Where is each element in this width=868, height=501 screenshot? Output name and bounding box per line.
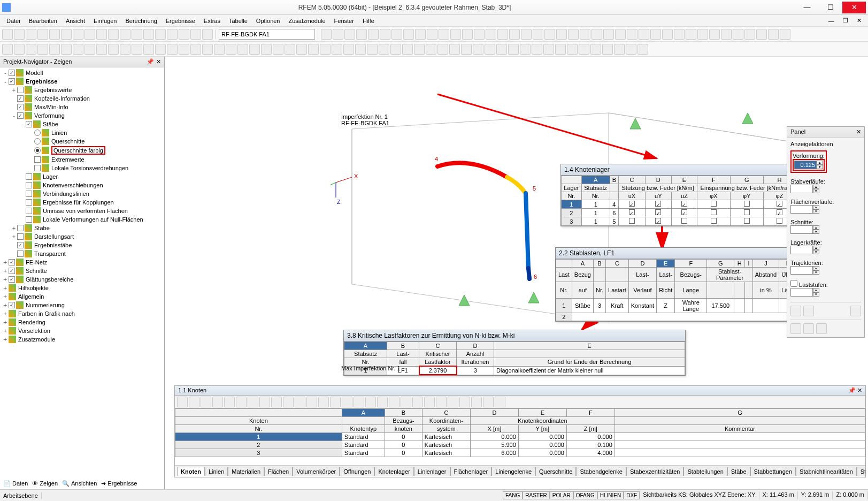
tree-item[interactable]: Lokale Verformungen auf Null-Flächen: [1, 215, 163, 224]
tree-item[interactable]: -Ergebnisse: [1, 77, 163, 86]
tree-item[interactable]: +FE-Netz: [1, 258, 163, 267]
toolbar-button[interactable]: [179, 44, 189, 55]
toolbar-button[interactable]: [259, 397, 270, 407]
tree-item[interactable]: Kopfzeile-Information: [1, 94, 163, 103]
toolbar-button[interactable]: [120, 44, 130, 55]
toolbar-button[interactable]: [344, 29, 355, 40]
panel-button[interactable]: [803, 323, 814, 334]
tree-item[interactable]: +Glättungsbereiche: [1, 275, 163, 284]
toolbar-button[interactable]: [626, 44, 636, 55]
toolbar-button[interactable]: [202, 29, 213, 40]
toolbar-button[interactable]: [108, 29, 119, 40]
toolbar-button[interactable]: [61, 29, 72, 40]
bottom-tab[interactable]: Liniengelenke: [491, 467, 535, 476]
dock-close-icon[interactable]: ✕: [857, 387, 862, 393]
toolbar-button[interactable]: [401, 397, 411, 407]
toolbar-button[interactable]: [533, 29, 543, 40]
toolbar-button[interactable]: [368, 29, 379, 40]
bottom-tab[interactable]: Volumenkörper: [293, 467, 340, 476]
toolbar-button[interactable]: [26, 44, 36, 55]
bottom-tab[interactable]: Stabexzentrizitäten: [626, 467, 684, 476]
toolbar-button[interactable]: [202, 44, 213, 55]
toolbar-button[interactable]: [214, 44, 225, 55]
toolbar-button[interactable]: [403, 29, 414, 40]
toolbar-button[interactable]: [85, 29, 95, 40]
toolbar-button[interactable]: [321, 29, 332, 40]
tree-item[interactable]: +Schnitte: [1, 267, 163, 275]
toolbar-button[interactable]: [437, 44, 448, 55]
toolbar-button[interactable]: [367, 44, 378, 55]
toolbar-button[interactable]: [615, 29, 626, 40]
verformung-spinner[interactable]: ▴▾: [793, 159, 825, 171]
toolbar-button[interactable]: [179, 29, 189, 40]
toolbar-button[interactable]: [390, 44, 401, 55]
toolbar-button[interactable]: [568, 29, 579, 40]
toolbar-button[interactable]: [201, 397, 211, 407]
toolbar-button[interactable]: [614, 44, 625, 55]
toolbar-button[interactable]: [662, 29, 673, 40]
toolbar-button[interactable]: [461, 44, 472, 55]
tab-zeigen[interactable]: 👁 Zeigen: [32, 480, 58, 487]
navigator-close-icon[interactable]: ✕: [156, 58, 161, 65]
toolbar-button[interactable]: [143, 44, 154, 55]
toolbar-button[interactable]: [674, 29, 685, 40]
toolbar-button[interactable]: [544, 29, 555, 40]
toolbar-button[interactable]: [236, 397, 247, 407]
toolbar-button[interactable]: [249, 44, 260, 55]
toolbar-button[interactable]: [96, 29, 107, 40]
toolbar-button[interactable]: [73, 29, 83, 40]
toolbar-button[interactable]: [377, 397, 388, 407]
toolbar-button[interactable]: [96, 44, 107, 55]
toolbar-button[interactable]: [459, 397, 470, 407]
tree-item[interactable]: +Vorselektion: [1, 327, 163, 335]
laststufen-spinner[interactable]: ▴▾: [790, 288, 861, 297]
menu-bearbeiten[interactable]: Bearbeiten: [26, 17, 60, 25]
toolbar-button[interactable]: [2, 29, 13, 40]
toolbar-button[interactable]: [603, 29, 614, 40]
menu-optionen[interactable]: Optionen: [253, 17, 283, 25]
toolbar-button[interactable]: [414, 44, 425, 55]
toolbar-button[interactable]: [602, 44, 613, 55]
toolbar-button[interactable]: [474, 29, 485, 40]
dock-pin-icon[interactable]: 📌: [848, 387, 856, 393]
tree-item[interactable]: Verbindungslinien: [1, 189, 163, 198]
toolbar-button[interactable]: [318, 397, 329, 407]
menu-tabelle[interactable]: Tabelle: [226, 17, 251, 25]
mdi-close[interactable]: ✕: [854, 16, 865, 25]
menu-hilfe[interactable]: Hilfe: [359, 17, 378, 25]
toolbar-button[interactable]: [650, 29, 661, 40]
toolbar-button[interactable]: [283, 397, 294, 407]
stabverlaeufe-spinner[interactable]: ▴▾: [790, 185, 861, 193]
toolbar-button[interactable]: [343, 44, 354, 55]
bottom-tab[interactable]: Materialien: [228, 467, 264, 476]
tab-daten[interactable]: 📄 Daten: [3, 480, 28, 487]
toolbar-button[interactable]: [332, 44, 342, 55]
toolbar-button[interactable]: [342, 397, 352, 407]
toolbar-button[interactable]: [580, 29, 590, 40]
toolbar-button[interactable]: [436, 397, 447, 407]
panel-button[interactable]: [790, 323, 801, 334]
bottom-tab[interactable]: Knotenlager: [374, 467, 413, 476]
tree-item[interactable]: Linien: [1, 128, 163, 137]
tree-item[interactable]: Max/Min-Info: [1, 103, 163, 111]
tree-item[interactable]: +Ergebniswerte: [1, 86, 163, 94]
toolbar-button[interactable]: [521, 29, 532, 40]
navigator-tree[interactable]: -Modell-Ergebnisse+ErgebniswerteKopfzeil…: [0, 67, 164, 489]
tree-item[interactable]: -Modell: [1, 69, 163, 77]
toolbar-button[interactable]: [483, 397, 494, 407]
toolbar-button[interactable]: [412, 397, 423, 407]
tree-item[interactable]: +Darstellungsart: [1, 232, 163, 241]
maximize-button[interactable]: ☐: [819, 2, 842, 13]
toolbar-button[interactable]: [85, 44, 95, 55]
toolbar-button[interactable]: [768, 29, 779, 40]
lagerkraefte-spinner[interactable]: ▴▾: [790, 246, 861, 254]
panel-close-icon[interactable]: ✕: [856, 128, 861, 135]
toolbar-button[interactable]: [356, 29, 367, 40]
toolbar-button[interactable]: [756, 29, 767, 40]
tree-item[interactable]: Transparent: [1, 249, 163, 258]
menu-berechnung[interactable]: Berechnung: [122, 17, 160, 25]
toolbar-button[interactable]: [697, 29, 708, 40]
bottom-tab[interactable]: Stabsätze: [857, 467, 865, 476]
tab-ergebnisse[interactable]: ➜ Ergebnisse: [101, 480, 137, 487]
panel-button[interactable]: [816, 323, 827, 334]
